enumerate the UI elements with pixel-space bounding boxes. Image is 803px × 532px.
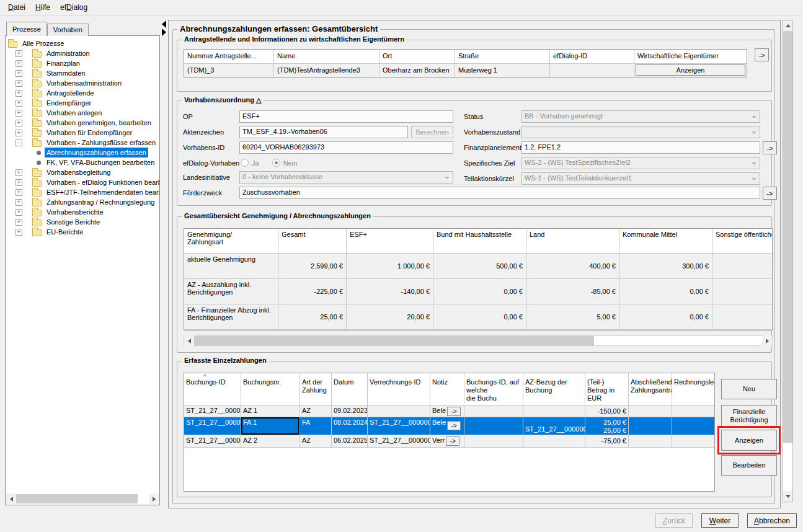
abbrechen-button[interactable]: Abbrechen <box>747 513 797 528</box>
main-vertical-scrollbar[interactable] <box>783 20 793 502</box>
expander-icon[interactable]: + <box>16 189 22 196</box>
foerderzweck-goto-button[interactable]: -> <box>763 187 777 200</box>
column-header[interactable]: Buchungsnr. <box>241 373 300 406</box>
anzeigen-button[interactable]: Anzeigen <box>721 430 777 451</box>
tree-root-label[interactable]: Alle Prozesse <box>20 38 66 48</box>
column-header[interactable]: Name <box>274 50 379 63</box>
tree-root[interactable]: Alle Prozesse <box>8 38 159 48</box>
column-header[interactable]: AZ-Bezug der Buchung <box>523 373 585 406</box>
expander-icon[interactable]: + <box>16 90 22 97</box>
menu-hilfe[interactable]: Hilfe <box>30 1 55 14</box>
tree-item-label[interactable]: Vorhabensadministration <box>45 78 123 88</box>
column-header[interactable]: Straße <box>455 50 550 63</box>
weiter-button[interactable]: Weiter <box>701 513 739 528</box>
scrollbar-thumb[interactable] <box>194 336 594 345</box>
column-header[interactable]: Abschließende Zahlungsantra <box>629 373 672 406</box>
vorhabens-id-field[interactable]: 60204_VORHAB06293973 <box>239 141 453 154</box>
neu-button[interactable]: Neu <box>721 379 777 399</box>
expander-icon[interactable]: + <box>16 110 22 117</box>
tree-item-esf-jtf[interactable]: + ESF+/JTF-Teilnehmendendaten bearbeiten <box>16 187 159 197</box>
tree-item-sonstige-berichte[interactable]: + Sonstige Berichte <box>16 217 159 227</box>
expander-icon[interactable]: + <box>16 60 22 67</box>
collapse-icon[interactable]: - <box>16 140 22 146</box>
column-header[interactable]: Land <box>526 229 619 254</box>
expander-icon[interactable]: + <box>16 50 22 57</box>
column-header[interactable]: Kommunale Mittel <box>619 229 712 254</box>
bearbeiten-button[interactable]: Bearbeiten <box>721 455 777 476</box>
expander-icon[interactable]: + <box>16 80 22 87</box>
tree-item-label-selected[interactable]: Abrechnungszahlungen erfassen <box>45 148 148 157</box>
column-header[interactable]: efDialog-ID <box>550 50 634 63</box>
expander-icon[interactable]: + <box>16 179 22 186</box>
column-header[interactable]: Nummer Antragstelle... <box>184 50 274 63</box>
scroll-left-icon[interactable] <box>184 335 194 346</box>
payment-row-az1[interactable]: ST_21_27__000000 AZ 1 AZ 09.02.2023 Bele… <box>184 406 714 417</box>
menu-datei[interactable]: Datei <box>3 1 30 14</box>
zurueck-button[interactable]: Zurück <box>655 513 693 528</box>
expander-icon[interactable]: + <box>16 199 22 206</box>
scroll-down-icon[interactable] <box>783 491 792 502</box>
tree-item-label[interactable]: Administration <box>45 48 92 58</box>
applicants-goto-button[interactable]: -> <box>755 48 769 61</box>
tree-item-label[interactable]: Vorhaben - efDialog Funktionen bearbeite… <box>45 177 160 187</box>
op-field[interactable]: ESF+ <box>239 110 453 123</box>
tree-item-vorhaben-genehmigen[interactable]: + Vorhaben genehmigen, bearbeiten <box>16 118 159 128</box>
tree-item-label[interactable]: EU-Berichte <box>45 227 85 237</box>
tab-vorhaben[interactable]: Vorhaben <box>47 24 89 36</box>
expander-icon[interactable]: + <box>16 70 22 77</box>
tree-item-label[interactable]: Zahlungsantrag / Rechnungslegung <box>45 197 156 207</box>
tab-prozesse[interactable]: Prozesse <box>6 22 47 36</box>
finanzielle-berichtigung-button[interactable]: Finanzielle Berichtigung <box>721 405 777 427</box>
summary-row-abzug[interactable]: FA - Finanzieller Abzug inkl. Berichtigu… <box>184 304 773 330</box>
tree-item-vorhaben-anlegen[interactable]: + Vorhaben anlegen <box>16 108 159 118</box>
tree-item-stammdaten[interactable]: + Stammdaten <box>16 68 159 78</box>
expander-icon[interactable]: + <box>16 169 22 176</box>
tree-item-label[interactable]: Vorhaben genehmigen, bearbeiten <box>45 118 153 128</box>
teilaktionskuerzel-dropdown[interactable]: WS-1 - (WS) TestTeilaktionkuerzel1 <box>521 172 760 185</box>
splitter-handle[interactable] <box>162 20 167 37</box>
anzeigen-cell-button[interactable]: Anzeigen <box>636 64 745 76</box>
column-header[interactable]: (Teil-) Betrag in EUR <box>585 373 629 406</box>
tree-item-abrechnungszahlungen[interactable]: Abrechnungszahlungen erfassen <box>37 148 159 157</box>
status-dropdown[interactable]: BB - Vorhaben genehmigt <box>521 110 760 123</box>
column-header[interactable]: Notiz <box>430 373 464 406</box>
column-header-buchungs-id[interactable]: ^Buchungs-ID <box>184 373 241 406</box>
scroll-right-icon[interactable] <box>149 494 159 504</box>
column-header[interactable]: Wirtschaftliche Eigentümer <box>634 50 747 63</box>
menu-efdialog[interactable]: efDialog <box>55 1 92 14</box>
tree-item-label[interactable]: Finanzplan <box>45 58 82 68</box>
tree-item-label[interactable]: Vorhaben anlegen <box>45 108 104 118</box>
column-header[interactable]: Verrechnungs-ID <box>368 373 430 406</box>
tree-item-vorhabensbegleitung[interactable]: + Vorhabensbegleitung <box>16 167 159 177</box>
scroll-up-icon[interactable] <box>783 20 792 31</box>
scroll-left-icon[interactable] <box>6 494 16 504</box>
expander-icon[interactable]: + <box>16 120 22 126</box>
tree-item-label[interactable]: ESF+/JTF-Teilnehmendendaten bearbeiten <box>45 187 160 197</box>
tree-item-efdialog-funktionen[interactable]: + Vorhaben - efDialog Funktionen bearbei… <box>16 177 159 187</box>
finanzplanelement-field[interactable]: 1.2. FPE1.2 <box>521 141 760 154</box>
expand-right-icon[interactable] <box>162 29 166 36</box>
tree-item-fk-vf-vfa[interactable]: FK, VF, VFA-Buchungen bearbeiten <box>37 157 159 167</box>
landesinitiative-dropdown[interactable]: 0 - keine Vorhabensklasse <box>239 171 453 184</box>
column-header[interactable]: Datum <box>332 373 368 406</box>
column-header[interactable]: Sonstige öffentliche M <box>712 229 773 254</box>
notiz-goto-button[interactable]: -> <box>447 407 461 416</box>
radio-nein[interactable] <box>272 159 280 167</box>
tree-item-antragstellende[interactable]: + Antragstellende <box>16 88 159 98</box>
column-header[interactable]: Gesamt <box>278 229 347 254</box>
notiz-goto-button[interactable]: -> <box>446 437 459 446</box>
scroll-right-icon[interactable] <box>762 335 772 346</box>
radio-ja[interactable] <box>241 159 249 167</box>
applicant-row[interactable]: (TDM)_3 (TDM)TestAntragstellende3 Oberha… <box>184 63 747 77</box>
tree-item-endempfaenger[interactable]: + Endempfänger <box>16 98 159 108</box>
payment-row-az2[interactable]: ST_21_27__000000 AZ 2 AZ 06.02.2025 ST_2… <box>184 435 714 448</box>
tree-item-zahlungsantrag[interactable]: + Zahlungsantrag / Rechnungslegung <box>16 197 159 207</box>
scrollbar-thumb[interactable] <box>16 494 138 503</box>
berechnen-button[interactable]: Berechnen <box>411 126 453 138</box>
tree-item-zahlungsfluesse[interactable]: - Vorhaben - Zahlungsflüsse erfassen <box>16 138 159 148</box>
tree-item-label[interactable]: Sonstige Berichte <box>45 217 102 227</box>
summary-horizontal-scrollbar[interactable] <box>184 335 773 346</box>
tree-item-vorhabensadministration[interactable]: + Vorhabensadministration <box>16 78 159 88</box>
vorhabenszustand-dropdown[interactable] <box>521 126 760 138</box>
summary-row-auszahlung[interactable]: AZ - Auszahlung inkl. Berichtigungen -22… <box>184 279 773 304</box>
